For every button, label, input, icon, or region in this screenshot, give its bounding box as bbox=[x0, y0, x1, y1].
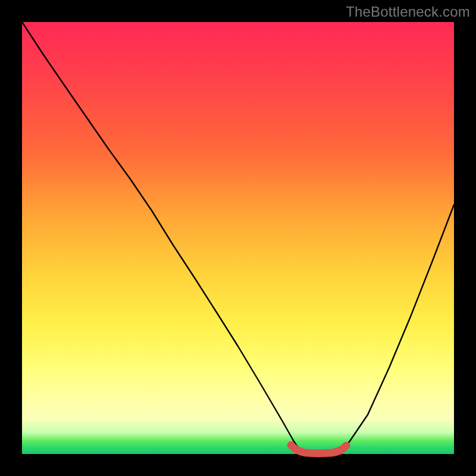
bottleneck-curve-path bbox=[22, 22, 454, 454]
chart-frame: TheBottleneck.com bbox=[0, 0, 476, 476]
curve-svg bbox=[22, 22, 454, 454]
watermark-text: TheBottleneck.com bbox=[346, 4, 470, 20]
valley-highlight-path bbox=[291, 445, 346, 453]
plot-area bbox=[22, 22, 454, 454]
